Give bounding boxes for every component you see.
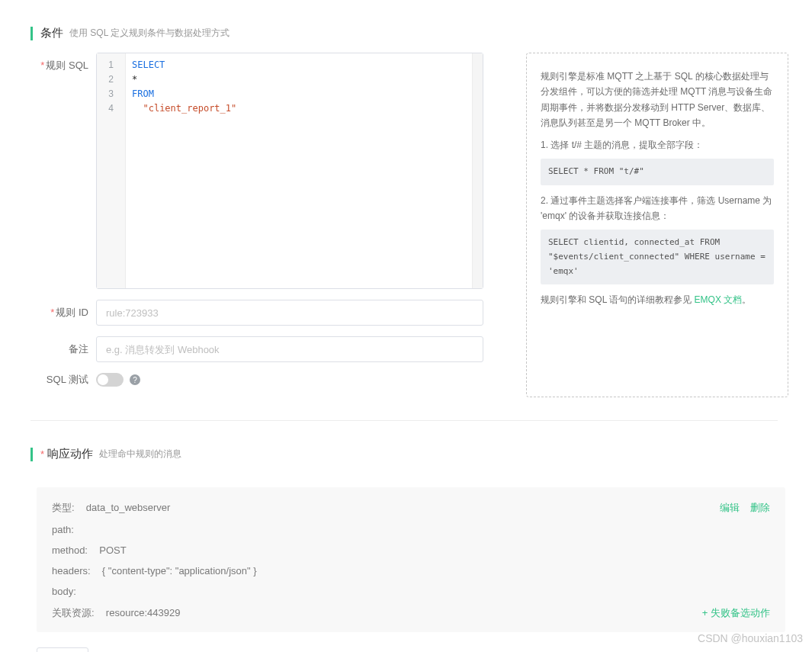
- action-method: method: POST: [52, 544, 770, 556]
- condition-subtitle: 使用 SQL 定义规则条件与数据处理方式: [69, 27, 229, 40]
- action-type: 类型: data_to_webserver: [52, 501, 770, 515]
- sql-test-label: SQL 测试: [30, 373, 96, 387]
- remark-input[interactable]: [96, 336, 483, 362]
- info-note-2: 2. 通过事件主题选择客户端连接事件，筛选 Username 为 'emqx' …: [541, 193, 774, 224]
- rule-id-label: *规则 ID: [30, 306, 96, 320]
- editor-gutter: 1234: [97, 53, 126, 288]
- sql-test-toggle[interactable]: [96, 373, 124, 387]
- help-icon[interactable]: ?: [130, 374, 140, 385]
- action-headers: headers: { "content-type": "application/…: [52, 565, 770, 577]
- response-header: * 响应动作 处理命中规则的消息: [0, 421, 801, 474]
- info-code-1: SELECT * FROM "t/#": [541, 159, 774, 185]
- action-body: body:: [52, 586, 770, 597]
- rule-id-input[interactable]: [96, 300, 483, 326]
- add-action-button[interactable]: + 添加: [37, 647, 88, 652]
- info-note-1: 1. 选择 t/# 主题的消息，提取全部字段：: [541, 137, 774, 153]
- action-path: path:: [52, 524, 770, 535]
- editor-scrollbar[interactable]: [472, 53, 483, 288]
- section-marker: [30, 448, 33, 461]
- response-title: 响应动作: [47, 447, 93, 461]
- condition-header: 条件 使用 SQL 定义规则条件与数据处理方式: [0, 0, 801, 53]
- info-desc: 规则引擎是标准 MQTT 之上基于 SQL 的核心数据处理与分发组件，可以方便的…: [541, 69, 774, 131]
- delete-action-button[interactable]: 删除: [750, 502, 770, 513]
- condition-title: 条件: [40, 26, 63, 40]
- sql-label: *规则 SQL: [30, 53, 96, 72]
- response-subtitle: 处理命中规则的消息: [99, 448, 181, 461]
- edit-action-button[interactable]: 编辑: [720, 502, 740, 513]
- info-footer: 规则引擎和 SQL 语句的详细教程参见 EMQX 文档。: [541, 292, 774, 307]
- info-code-2: SELECT clientid, connected_at FROM "$eve…: [541, 230, 774, 284]
- watermark: CSDN @houxian1103: [698, 632, 803, 644]
- editor-code[interactable]: SELECT * FROM "client_report_1": [126, 53, 472, 288]
- action-resource: 关联资源: resource:443929: [52, 606, 770, 620]
- fallback-action-button[interactable]: + 失败备选动作: [702, 606, 770, 620]
- action-card: 编辑 删除 类型: data_to_webserver path: method…: [37, 487, 785, 632]
- sql-editor[interactable]: 1234 SELECT * FROM "client_report_1": [96, 53, 483, 289]
- section-marker: [30, 27, 33, 40]
- remark-label: 备注: [30, 342, 96, 356]
- docs-link[interactable]: EMQX 文档: [695, 294, 743, 305]
- info-panel: 规则引擎是标准 MQTT 之上基于 SQL 的核心数据处理与分发组件，可以方便的…: [526, 53, 788, 397]
